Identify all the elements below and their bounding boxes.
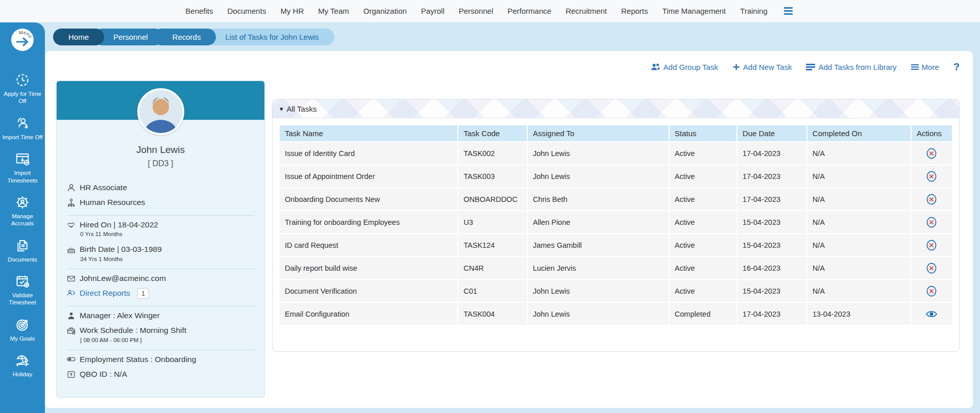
- status-cell: Active: [670, 257, 738, 279]
- nav-item-my-hr[interactable]: My HR: [280, 7, 304, 15]
- task-code-cell: U3: [458, 211, 528, 233]
- nav-item-payroll[interactable]: Payroll: [421, 7, 445, 15]
- delete-task-icon[interactable]: [925, 170, 938, 183]
- table-row: Daily report build wiseCN4RLucien Jervis…: [280, 256, 952, 279]
- documents-icon: [15, 238, 30, 253]
- employee-code: [ DD3 ]: [57, 159, 264, 168]
- actions-cell: [912, 165, 952, 187]
- more-button[interactable]: More: [911, 63, 939, 71]
- help-button[interactable]: ?: [953, 61, 960, 73]
- nav-item-my-team[interactable]: My Team: [318, 7, 349, 15]
- tab-list-of-tasks-for-john-lewis[interactable]: List of Tasks for John Lewis: [206, 29, 334, 45]
- hamburger-menu-icon[interactable]: [782, 5, 795, 17]
- all-tasks-header[interactable]: ▾ All Tasks: [273, 99, 959, 118]
- divider: [67, 215, 254, 216]
- sidebar-item-manage-accruals[interactable]: Manage Accruals: [1, 195, 44, 227]
- status-cell: Active: [670, 142, 738, 164]
- delete-task-icon[interactable]: [925, 147, 938, 160]
- status-cell: Active: [670, 188, 738, 210]
- manager-row: Manager : Alex Winger: [67, 310, 254, 321]
- sidebar-item-label: Apply for Time Off: [1, 90, 44, 105]
- actions-cell: [912, 234, 952, 256]
- nav-item-performance[interactable]: Performance: [507, 7, 551, 15]
- sidebar-item-label: Manage Accruals: [1, 213, 44, 227]
- qbo-id-row: QBO ID : N/A: [67, 369, 254, 380]
- task-name-cell: Training for onboarding Employees: [280, 211, 458, 233]
- delete-task-icon[interactable]: [925, 285, 938, 298]
- column-header-completed-on: Completed On: [807, 125, 912, 141]
- task-code-cell: C01: [458, 280, 528, 302]
- nav-item-documents[interactable]: Documents: [228, 7, 266, 15]
- nav-item-personnel[interactable]: Personnel: [459, 7, 494, 15]
- sidebar-item-import-time-off[interactable]: Import Time Off: [1, 116, 44, 141]
- tab-home[interactable]: Home: [53, 29, 104, 45]
- delete-task-icon[interactable]: [925, 262, 938, 275]
- column-header-task-code: Task Code: [458, 125, 528, 141]
- actions-cell: [912, 280, 952, 302]
- task-actions-row: Add Group Task Add New Task Add Tasks fr…: [54, 58, 960, 75]
- task-name-cell: ID card Request: [280, 234, 458, 256]
- table-rows: Issue of Identity CardTASK002John LewisA…: [280, 141, 952, 325]
- status-cell: Active: [670, 165, 738, 187]
- delete-task-icon[interactable]: [925, 216, 938, 229]
- nav-item-training[interactable]: Training: [740, 7, 768, 15]
- avatar: [137, 88, 184, 135]
- table-row: Issue of Appointment OrderTASK003John Le…: [280, 164, 952, 187]
- all-tasks-panel: ▾ All Tasks Task NameTask CodeAssigned T…: [272, 99, 960, 352]
- direct-reports-link[interactable]: Direct Reports: [80, 288, 130, 299]
- validate-timesheet-icon: [15, 274, 30, 289]
- import-timesheets-icon: [15, 151, 30, 167]
- table-row: Training for onboarding EmployeesU3Allen…: [280, 210, 952, 233]
- table-row: Email ConfigurationTASK004John LewisComp…: [280, 302, 952, 325]
- clock-icon: [15, 72, 30, 88]
- actions-cell: [912, 188, 952, 210]
- handshake-icon: [67, 221, 76, 229]
- sidebar-item-label: My Goals: [10, 335, 35, 342]
- employment-status-toggle-icon: [67, 355, 76, 364]
- sidebar-item-apply-for-time-off[interactable]: Apply for Time Off: [1, 72, 44, 105]
- task-name-cell: Document Verification: [280, 280, 458, 302]
- plus-icon: [732, 63, 740, 71]
- direct-reports-row: Direct Reports 1: [67, 288, 254, 299]
- view-task-icon[interactable]: [925, 307, 938, 321]
- add-new-task-label: Add New Task: [743, 63, 792, 71]
- due-date-cell: 16-04-2023: [738, 257, 807, 279]
- my-goals-icon: [15, 317, 30, 332]
- sidebar-item-holiday[interactable]: Holiday: [1, 353, 44, 378]
- nav-item-organization[interactable]: Organization: [363, 7, 407, 15]
- assigned-to-cell: John Lewis: [528, 303, 670, 325]
- all-tasks-title: All Tasks: [287, 105, 317, 113]
- completed-on-cell: 13-04-2023: [807, 303, 912, 325]
- birth-date-row: Birth Date | 03-03-1989: [67, 244, 254, 255]
- add-tasks-from-library-button[interactable]: Add Tasks from Library: [806, 63, 896, 71]
- add-group-task-button[interactable]: Add Group Task: [651, 63, 718, 71]
- nav-item-reports[interactable]: Reports: [621, 7, 648, 15]
- work-schedule-briefcase-icon: [67, 326, 76, 335]
- birthday-cake-icon: [67, 245, 76, 254]
- work-schedule-row: Work Schedule : Morning Shift: [67, 325, 254, 336]
- tab-personnel[interactable]: Personnel: [94, 29, 163, 45]
- user-icon: [67, 184, 76, 192]
- sidebar-item-documents[interactable]: Documents: [1, 238, 44, 263]
- delete-task-icon[interactable]: [925, 193, 938, 206]
- employee-profile-card: John Lewis [ DD3 ] HR Associate: [56, 81, 265, 398]
- sidebar-item-import-timesheets[interactable]: Import Timesheets: [1, 151, 44, 184]
- assigned-to-cell: Chris Beth: [528, 188, 670, 210]
- due-date-cell: 17-04-2023: [738, 142, 807, 164]
- add-new-task-button[interactable]: Add New Task: [732, 63, 792, 71]
- nav-item-recruitment[interactable]: Recruitment: [566, 7, 607, 15]
- delete-task-icon[interactable]: [925, 239, 938, 252]
- sidebar-item-label: Validate Timesheet: [1, 292, 44, 306]
- nav-item-time-management[interactable]: Time Management: [663, 7, 726, 15]
- due-date-cell: 15-04-2023: [738, 280, 807, 302]
- completed-on-cell: N/A: [807, 165, 912, 187]
- sidebar-item-my-goals[interactable]: My Goals: [1, 317, 44, 342]
- nav-item-benefits[interactable]: Benefits: [185, 7, 213, 15]
- due-date-cell: 17-04-2023: [738, 188, 807, 210]
- status-cell: Active: [670, 280, 738, 302]
- employment-status-row: Employment Status : Onboarding: [67, 354, 254, 365]
- menu-expand-button[interactable]: Menu: [10, 28, 35, 52]
- sidebar-item-validate-timesheet[interactable]: Validate Timesheet: [1, 274, 44, 306]
- table-row: ID card RequestTASK124James GambillActiv…: [280, 233, 952, 256]
- chevron-down-icon: ▾: [280, 105, 283, 113]
